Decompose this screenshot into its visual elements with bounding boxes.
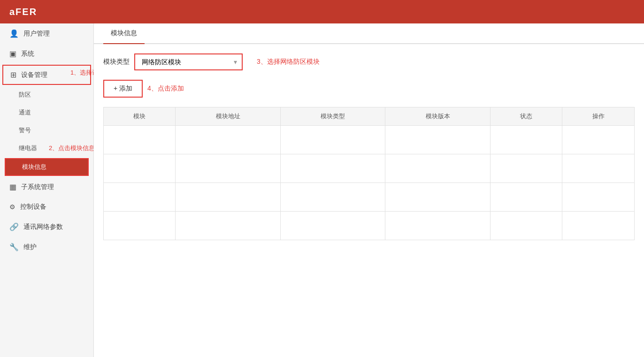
maintenance-icon: 🔧 xyxy=(9,243,19,251)
sidebar-sub-item-alarm[interactable]: 警号 xyxy=(0,122,93,139)
chevron-down-icon: ▾ xyxy=(230,58,241,66)
control-icon: ⚙ xyxy=(9,203,15,211)
table-row xyxy=(104,154,635,183)
sidebar-item-system-label: 系统 xyxy=(21,50,34,58)
table-cell-action xyxy=(562,126,635,154)
sidebar-item-control-label: 控制设备 xyxy=(20,203,46,211)
sidebar-item-system[interactable]: ▣ 系统 xyxy=(0,44,93,64)
table-cell-version xyxy=(385,154,491,183)
table-cell-type xyxy=(280,212,385,240)
header-logo: aFER xyxy=(9,7,37,17)
sidebar-sub-item-module-info[interactable]: 模块信息 xyxy=(5,158,89,176)
sidebar-item-network[interactable]: 🔗 通讯网络参数 xyxy=(0,217,93,237)
device-icon: ⊞ xyxy=(10,70,16,79)
sidebar-item-user-mgmt-label: 用户管理 xyxy=(23,30,50,38)
table-cell-action xyxy=(562,212,635,240)
header-bar: aFER xyxy=(0,0,644,23)
sidebar-item-network-label: 通讯网络参数 xyxy=(23,223,63,231)
module-type-select-wrapper: 网络防区模块 其他模块 ▾ xyxy=(134,53,243,70)
table-cell-address xyxy=(176,126,281,154)
sidebar-item-device-mgmt-label: 设备管理 xyxy=(21,71,47,79)
sidebar-item-subsystem[interactable]: ▦ 子系统管理 xyxy=(0,177,93,197)
table-cell-module xyxy=(104,126,176,154)
table-row xyxy=(104,183,635,212)
sidebar-sub-item-module-info-label: 模块信息 xyxy=(22,163,46,170)
table-cell-address xyxy=(176,154,281,183)
tab-module-info[interactable]: 模块信息 xyxy=(103,23,145,44)
table-col-address: 模块地址 xyxy=(176,107,281,126)
table-col-type: 模块类型 xyxy=(280,107,385,126)
module-type-label: 模块类型 xyxy=(103,58,130,66)
sidebar-sub-item-relay[interactable]: 继电器 xyxy=(0,139,46,157)
sidebar-sub-item-channel-label: 通道 xyxy=(19,109,31,116)
table-cell-version xyxy=(385,183,491,212)
sidebar-item-subsystem-label: 子系统管理 xyxy=(21,183,54,191)
sidebar-sub-item-alarm-label: 警号 xyxy=(19,127,31,134)
sidebar-sub-item-zone[interactable]: 防区 xyxy=(0,86,93,104)
table-cell-type xyxy=(280,154,385,183)
sidebar-sub-item-zone-label: 防区 xyxy=(19,91,31,98)
sidebar-item-maintenance-label: 维护 xyxy=(23,243,37,251)
table-cell-module xyxy=(104,183,176,212)
module-area: 模块类型 网络防区模块 其他模块 ▾ 3、选择网络防区模块 + 添加 4、点击添… xyxy=(94,44,644,357)
table-row xyxy=(104,126,635,154)
table-row xyxy=(104,212,635,240)
table-cell-address xyxy=(176,183,281,212)
module-table: 模块 模块地址 模块类型 模块版本 状态 操作 xyxy=(103,107,635,240)
table-cell-action xyxy=(562,183,635,212)
sidebar-item-maintenance[interactable]: 🔧 维护 xyxy=(0,237,93,257)
table-col-action: 操作 xyxy=(562,107,635,126)
module-type-row: 模块类型 网络防区模块 其他模块 ▾ 3、选择网络防区模块 xyxy=(103,53,635,70)
table-cell-status xyxy=(490,212,562,240)
user-icon: 👤 xyxy=(9,29,19,38)
table-cell-address xyxy=(176,212,281,240)
sidebar-item-control[interactable]: ⚙ 控制设备 xyxy=(0,197,93,217)
table-cell-version xyxy=(385,212,491,240)
table-cell-version xyxy=(385,126,491,154)
module-type-select[interactable]: 网络防区模块 其他模块 xyxy=(136,55,230,68)
system-icon: ▣ xyxy=(9,49,16,58)
table-cell-module xyxy=(104,154,176,183)
table-col-status: 状态 xyxy=(490,107,562,126)
table-cell-action xyxy=(562,154,635,183)
add-button[interactable]: + 添加 xyxy=(103,80,143,98)
step2-annotation: 2、点击模块信息 xyxy=(49,144,94,152)
network-icon: 🔗 xyxy=(9,222,19,231)
sidebar-sub-item-relay-label: 继电器 xyxy=(19,144,37,152)
table-cell-type xyxy=(280,183,385,212)
sidebar: 👤 用户管理 ▣ 系统 ⊞ 设备管理 1、选择设备管理 防区 通道 警号 继电器… xyxy=(0,0,94,357)
sidebar-sub-item-channel[interactable]: 通道 xyxy=(0,104,93,122)
tab-bar: 模块信息 xyxy=(94,23,644,44)
table-cell-type xyxy=(280,126,385,154)
table-header-row: 模块 模块地址 模块类型 模块版本 状态 操作 xyxy=(104,107,635,126)
main-content: 模块信息 模块类型 网络防区模块 其他模块 ▾ 3、选择网络防区模块 + 添加 … xyxy=(94,0,644,357)
tab-module-info-label: 模块信息 xyxy=(111,29,137,37)
table-cell-status xyxy=(490,183,562,212)
step1-annotation: 1、选择设备管理 xyxy=(70,68,94,77)
table-cell-status xyxy=(490,154,562,183)
table-col-module: 模块 xyxy=(104,107,176,126)
step3-annotation: 3、选择网络防区模块 xyxy=(257,58,320,66)
sidebar-item-user-mgmt[interactable]: 👤 用户管理 xyxy=(0,23,93,44)
add-row: + 添加 4、点击添加 xyxy=(103,80,635,98)
table-cell-module xyxy=(104,212,176,240)
table-cell-status xyxy=(490,126,562,154)
subsystem-icon: ▦ xyxy=(9,182,16,191)
step4-annotation: 4、点击添加 xyxy=(147,84,184,93)
table-col-version: 模块版本 xyxy=(385,107,491,126)
